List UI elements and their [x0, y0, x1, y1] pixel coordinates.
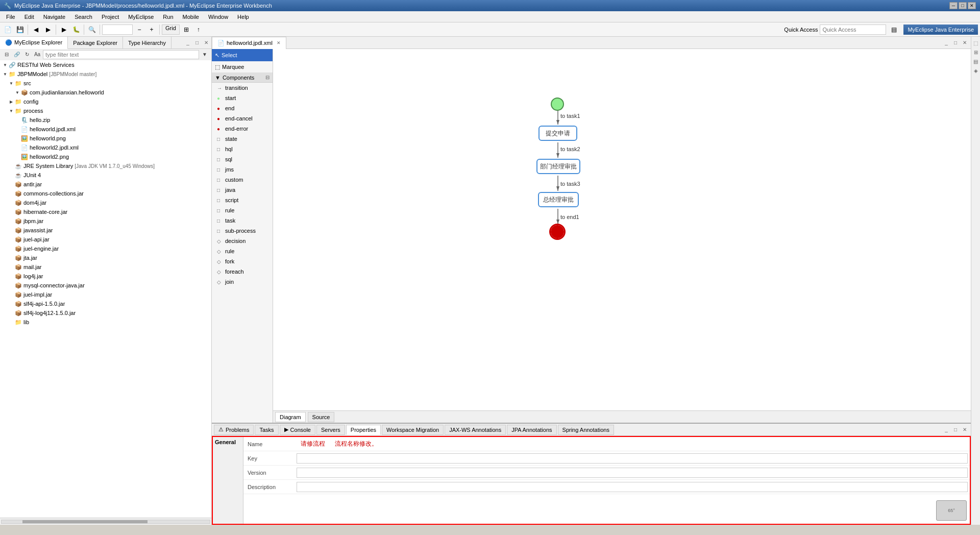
tree-item[interactable]: 📦antlr.jar	[0, 180, 211, 189]
minimize-button[interactable]: ─	[949, 2, 958, 9]
menu-project[interactable]: Project	[97, 13, 123, 21]
diagram-tab-source[interactable]: Source	[308, 412, 335, 422]
right-btn-3[interactable]: ▤	[972, 57, 980, 65]
editor-tab-close[interactable]: ✕	[277, 40, 281, 45]
task-node-3[interactable]: 总经理审批	[538, 192, 579, 207]
menu-mobile[interactable]: Mobile	[179, 13, 203, 21]
menu-search[interactable]: Search	[70, 13, 96, 21]
tree-item[interactable]: 📦hibernate-core.jar	[0, 207, 211, 216]
palette-item[interactable]: □ hql	[212, 144, 273, 154]
task-node-2[interactable]: 部门经理审批	[536, 159, 580, 174]
minimize-panel-button[interactable]: _	[184, 39, 192, 47]
tree-item[interactable]: ▼🔗RESTful Web Services	[0, 60, 211, 69]
palette-item[interactable]: ● start	[212, 93, 273, 103]
tree-item[interactable]: 📦mail.jar	[0, 262, 211, 272]
palette-item[interactable]: □ java	[212, 185, 273, 195]
editor-maximize-button[interactable]: □	[951, 39, 960, 47]
zoom-input[interactable]: 100%	[102, 25, 133, 35]
tree-item[interactable]: 📦juel-impl.jar	[0, 290, 211, 299]
palette-item[interactable]: ◇ decision	[212, 236, 273, 246]
menu-run[interactable]: Run	[159, 13, 177, 21]
tab-tasks[interactable]: Tasks	[255, 425, 278, 435]
marquee-tool[interactable]: ⬚ Marquee	[212, 61, 273, 72]
components-section-header[interactable]: ▼ Components ⊟	[212, 72, 273, 83]
tree-item[interactable]: 📦dom4j.jar	[0, 198, 211, 207]
version-input[interactable]	[297, 468, 968, 478]
bottom-close-button[interactable]: ✕	[961, 426, 969, 434]
palette-item[interactable]: □ sql	[212, 154, 273, 164]
tree-item[interactable]: 📦commons-collections.jar	[0, 189, 211, 198]
tree-item[interactable]: 📦jta.jar	[0, 253, 211, 262]
back-button[interactable]: ◀	[30, 24, 41, 35]
menu-help[interactable]: Help	[233, 13, 253, 21]
tab-jpa[interactable]: JPA Annotations	[507, 425, 556, 435]
palette-item[interactable]: ◇ join	[212, 277, 273, 287]
menu-window[interactable]: Window	[204, 13, 232, 21]
palette-collapse-button[interactable]: ⊟	[265, 75, 270, 80]
zoom-out-button[interactable]: −	[134, 24, 145, 35]
tree-item[interactable]: ▼📁process	[0, 106, 211, 115]
restore-button[interactable]: □	[959, 2, 967, 9]
tree-item[interactable]: 📦log4j.jar	[0, 272, 211, 281]
diagram-tab-diagram[interactable]: Diagram	[275, 412, 306, 422]
tree-item[interactable]: 📁lib	[0, 318, 211, 327]
right-btn-2[interactable]: ⊞	[972, 48, 980, 56]
palette-item[interactable]: → transition	[212, 83, 273, 93]
editor-close-button[interactable]: ✕	[961, 39, 969, 47]
tab-jax-ws[interactable]: JAX-WS Annotations	[445, 425, 506, 435]
palette-item[interactable]: ◇ foreach	[212, 266, 273, 277]
palette-item[interactable]: □ sub-process	[212, 226, 273, 236]
tab-properties[interactable]: Properties	[346, 425, 381, 435]
tab-problems[interactable]: ⚠ Problems	[214, 425, 254, 435]
editor-tab-helloworld[interactable]: 📄 helloworld.jpdl.xml ✕	[212, 37, 286, 49]
tree-item[interactable]: 🖼️helloworld2.png	[0, 152, 211, 161]
task-node-1[interactable]: 提交申请	[538, 126, 577, 141]
perspective-button[interactable]: ▤	[888, 24, 899, 35]
start-node[interactable]	[551, 98, 564, 111]
palette-item[interactable]: ● end-error	[212, 124, 273, 134]
filter-options-button[interactable]: ▼	[200, 50, 209, 59]
snap-button[interactable]: ⊞	[181, 24, 192, 35]
filter-input[interactable]	[43, 50, 199, 59]
menu-navigate[interactable]: Navigate	[39, 13, 69, 21]
tab-workspace-migration[interactable]: Workspace Migration	[382, 425, 444, 435]
close-button[interactable]: ✕	[968, 2, 976, 9]
tree-item[interactable]: 📄helloworld2.jpdl.xml	[0, 143, 211, 152]
tab-servers[interactable]: Servers	[316, 425, 345, 435]
palette-item[interactable]: □ state	[212, 134, 273, 144]
palette-item[interactable]: □ custom	[212, 175, 273, 185]
diagram-area[interactable]: to task1 提交申请 to task2 部门经理审批 to task3	[273, 49, 971, 410]
end-node[interactable]	[551, 225, 564, 238]
scrollbar-track[interactable]	[1, 520, 210, 524]
tree-item[interactable]: ▼📁src	[0, 79, 211, 88]
select-tool[interactable]: ↖ Select	[212, 49, 273, 61]
key-input[interactable]	[297, 453, 968, 464]
horizontal-scrollbar[interactable]	[0, 518, 211, 525]
link-with-editor-button[interactable]: 🔗	[12, 50, 21, 59]
tab-myeclipse-explorer[interactable]: 🔵 MyEclipse Explorer	[0, 37, 68, 49]
tab-type-hierarchy[interactable]: Type Hierarchy	[123, 37, 172, 49]
tree-item[interactable]: ☕JRE System Library [Java JDK VM 1.7.0_u…	[0, 161, 211, 171]
collapse-all-button[interactable]: ⊟	[2, 50, 11, 59]
scrollbar-thumb[interactable]	[22, 520, 148, 523]
tab-console[interactable]: ▶ Console	[280, 425, 315, 435]
menu-file[interactable]: File	[2, 13, 19, 21]
close-panel-button[interactable]: ✕	[202, 39, 210, 47]
tree-item[interactable]: ▶📁config	[0, 97, 211, 106]
tree-item[interactable]: 📄helloworld.jpdl.xml	[0, 125, 211, 134]
new-button[interactable]: 📄	[2, 24, 13, 35]
maximize-panel-button[interactable]: □	[193, 39, 201, 47]
palette-item[interactable]: ● end	[212, 103, 273, 113]
tree-item[interactable]: 📦slf4j-api-1.5.0.jar	[0, 299, 211, 308]
right-btn-1[interactable]: ⬚	[972, 39, 980, 47]
menu-myeclipse[interactable]: MyEclipse	[124, 13, 158, 21]
palette-item[interactable]: □ rule	[212, 205, 273, 215]
tree-item[interactable]: ☕JUnit 4	[0, 171, 211, 180]
search-button[interactable]: 🔍	[86, 24, 97, 35]
tree-item[interactable]: 🗜️hello.zip	[0, 115, 211, 125]
palette-item[interactable]: □ script	[212, 195, 273, 205]
description-input[interactable]	[297, 482, 968, 492]
tree-item[interactable]: ▼📁JBPMModel [JBPMModel master]	[0, 69, 211, 79]
palette-item[interactable]: ● end-cancel	[212, 113, 273, 124]
palette-item[interactable]: □ task	[212, 215, 273, 226]
